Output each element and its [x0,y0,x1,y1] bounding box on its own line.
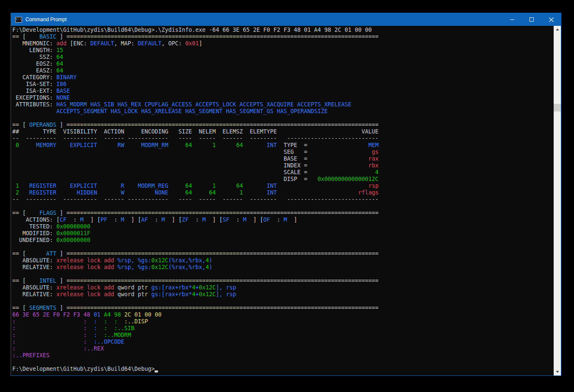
terminal-line: EXCEPTIONS: NONE [12,95,552,101]
terminal-line [12,244,552,250]
terminal-line: MNEMONIC: add [ENC: DEFAULT, MAP: DEFAUL… [12,40,552,47]
terminal: F:\Development\GitHub\zydis\Build64\Debu… [11,26,561,375]
terminal-line: : :..REX [12,345,552,352]
terminal-line: LENGTH: 15 [12,47,552,54]
scroll-down-button[interactable] [554,368,561,375]
terminal-line: ABSOLUTE: xrelease lock add qword ptr gs… [12,284,552,291]
terminal-line: TESTED: 0x00000000 [12,223,552,230]
terminal-line: :..PREFIXES [12,352,552,359]
terminal-line: DISP = 0x000000000000012C [12,176,552,183]
terminal-line: ABSOLUTE: xrelease lock add %rsp, %gs:0x… [12,257,552,264]
terminal-line: 1 REGISTER EXPLICIT R MODRM_REG 64 1 64 … [12,183,552,189]
terminal-line: 66 3E 65 2E F0 F2 F3 48 01 A4 98 2C 01 0… [12,311,552,318]
minimize-button[interactable] [502,13,522,26]
terminal-line: ACTIONS: [CF : M ] [PF : M ] [AF : M ] [… [12,217,552,223]
terminal-line: == [ FLAGS ] ===========================… [12,210,552,217]
maximize-button[interactable] [522,13,541,26]
terminal-line: == [ BASIC ] ===========================… [12,33,552,40]
maximize-icon [530,17,534,22]
terminal-line [12,115,552,122]
terminal-line: RELATIVE: xrelease lock add qword ptr gs… [12,291,552,298]
close-button[interactable] [541,13,561,26]
scrollbar[interactable] [554,26,561,375]
terminal-line: : : : : :..SIB [12,325,552,332]
command-prompt-window: C:\ Command Prompt F:\Development\GitHub… [11,13,561,376]
close-icon [549,17,554,22]
terminal-line: == [ OPERANDS ] ========================… [12,122,552,128]
scroll-down-icon [556,371,559,373]
terminal-line: EOSZ: 64 [12,61,552,67]
terminal-line [12,298,552,305]
terminal-line: -- --------- ---------- ------ ---------… [12,196,552,203]
terminal-line: : : : :..MODRM [12,332,552,339]
terminal-output: F:\Development\GitHub\zydis\Build64\Debu… [12,27,552,373]
terminal-line: F:\Development\GitHub\zydis\Build64\Debu… [12,27,552,33]
terminal-cursor [155,366,158,373]
minimize-icon [510,19,514,20]
terminal-line: SCALE = 4 [12,169,552,176]
terminal-line: CATEGORY: BINARY [12,74,552,81]
terminal-line: ATTRIBUTES: HAS_MODRM HAS_SIB HAS_REX CP… [12,101,552,108]
cmd-app-icon: C:\ [15,17,22,22]
terminal-line: INDEX = rbx [12,162,552,169]
scroll-thumb[interactable] [554,104,561,111]
terminal-line: -- --------- ---------- ------ ---------… [12,135,552,142]
terminal-line: UNDEFINED: 0x00000000 [12,237,552,244]
terminal-line: == [ ATT ] =============================… [12,250,552,257]
terminal-line: ## TYPE VISIBILITY ACTION ENCODING SIZE … [12,128,552,135]
terminal-line: RELATIVE: xrelease lock add %rsp, %gs:0x… [12,264,552,271]
terminal-line: : : : : : :..DISP [12,318,552,325]
terminal-line [12,271,552,278]
terminal-line: ISA-EXT: BASE [12,88,552,95]
terminal-line [12,203,552,210]
terminal-line: 0 MEMORY EXPLICIT RW MODRM_RM 64 1 64 IN… [12,142,552,149]
window-title: Command Prompt [25,17,67,22]
terminal-line [12,359,552,366]
terminal-line: F:\Development\GitHub\zydis\Build64\Debu… [12,366,552,373]
terminal-line: == [ INTEL ] ===========================… [12,278,552,284]
title-bar[interactable]: C:\ Command Prompt [11,13,561,26]
scroll-up-button[interactable] [554,26,561,33]
terminal-line: 2 REGISTER HIDDEN W NONE 64 64 1 INT rfl… [12,189,552,196]
terminal-line: ISA-SET: I86 [12,81,552,88]
window-controls [502,13,561,26]
terminal-line: SSZ: 64 [12,54,552,61]
terminal-line: EASZ: 64 [12,67,552,74]
terminal-line: BASE = rax [12,156,552,162]
terminal-line: : : :..OPCODE [12,339,552,345]
terminal-line: ACCEPTS_SEGMENT HAS_LOCK HAS_XRELEASE HA… [12,108,552,115]
terminal-line: MODIFIED: 0x0000011F [12,230,552,237]
scroll-up-icon [556,28,559,31]
terminal-line: == [ SEGMENTS ] ========================… [12,305,552,311]
terminal-line: SEG = gs [12,149,552,156]
